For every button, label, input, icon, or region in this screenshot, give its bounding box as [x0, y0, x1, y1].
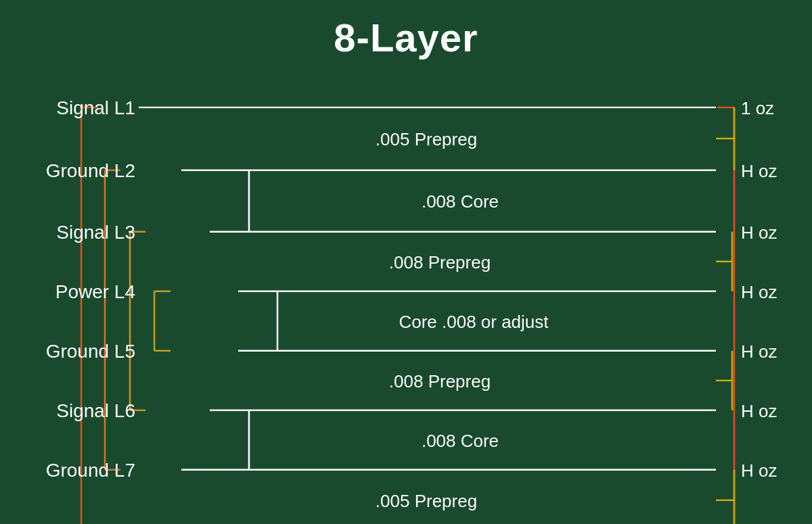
oz-l4: H oz: [741, 283, 777, 302]
between-l4-l5: Core .008 or adjust: [399, 312, 548, 331]
between-l2-l3: .008 Core: [422, 192, 499, 211]
diagram-svg: Signal L1 Ground L2 Signal L3 Power L4 G…: [0, 74, 812, 524]
label-l1: Signal L1: [56, 97, 135, 118]
label-l3: Signal L3: [56, 222, 135, 243]
oz-l6: H oz: [741, 402, 777, 421]
page-title: 8-Layer: [0, 0, 812, 60]
between-l3-l4: .008 Prepreg: [389, 253, 491, 272]
label-l7: Ground L7: [46, 460, 135, 481]
oz-l5: H oz: [741, 342, 777, 361]
label-l2: Ground L2: [46, 160, 135, 181]
page: 8-Layer: [0, 0, 812, 524]
label-l6: Signal L6: [56, 400, 135, 421]
oz-l3: H oz: [741, 223, 777, 242]
between-l7-l8: .005 Prepreg: [376, 492, 477, 510]
label-l4: Power L4: [55, 281, 135, 302]
oz-l7: H oz: [741, 461, 777, 480]
oz-l1: 1 oz: [741, 99, 774, 118]
between-l5-l6: .008 Prepreg: [389, 372, 491, 391]
between-l1-l2: .005 Prepreg: [376, 130, 477, 149]
label-l8: Signal L8: [56, 521, 135, 524]
label-l5: Ground L5: [46, 341, 135, 362]
between-l6-l7: .008 Core: [422, 431, 499, 450]
oz-l2: H oz: [741, 162, 777, 181]
